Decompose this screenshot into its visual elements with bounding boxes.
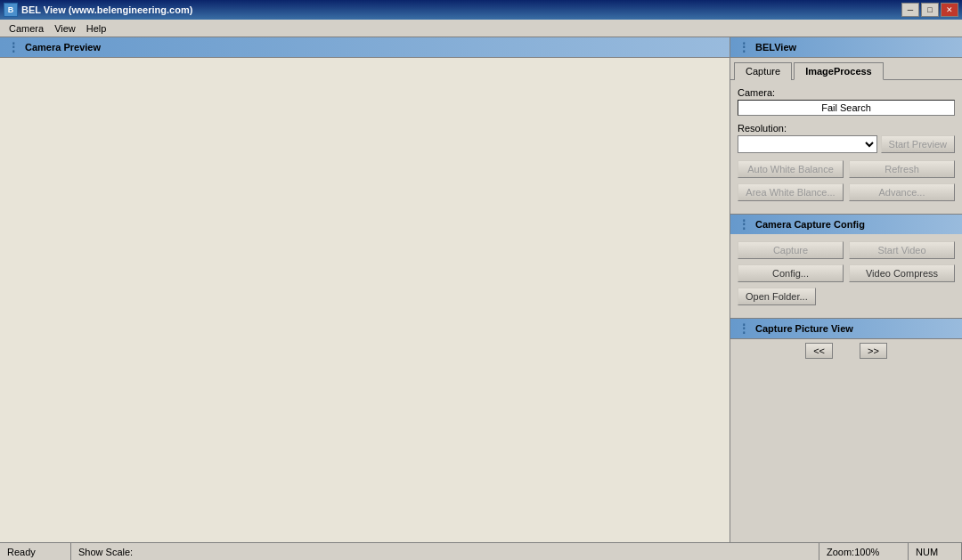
tab-imageprocess[interactable]: ImageProcess: [794, 62, 884, 80]
title-text: BEL View (www.belengineering.com): [21, 4, 192, 15]
menu-help[interactable]: Help: [81, 21, 112, 36]
menu-bar: Camera View Help: [0, 20, 962, 37]
resolution-row: Start Preview: [738, 135, 955, 153]
camera-capture-config-title: Camera Capture Config: [755, 219, 865, 230]
area-advance-row: Area White Blance... Advance...: [738, 183, 955, 201]
capture-picture-view-header: Capture Picture View: [730, 319, 962, 338]
white-balance-row: Auto White Balance Refresh: [738, 160, 955, 178]
refresh-button[interactable]: Refresh: [849, 160, 955, 178]
app-icon: B: [4, 3, 18, 17]
camera-capture-config-header: Camera Capture Config: [730, 215, 962, 234]
area-white-balance-button[interactable]: Area White Blance...: [738, 183, 844, 201]
left-panel: Camera Preview: [0, 37, 730, 542]
status-ready: Ready: [0, 543, 71, 560]
capture-picture-view-section: Capture Picture View << >>: [730, 318, 962, 542]
resolution-select[interactable]: [738, 135, 877, 153]
open-folder-row: Open Folder...: [738, 288, 955, 305]
camera-preview-area: [0, 58, 730, 542]
video-compress-button[interactable]: Video Compress: [849, 264, 955, 282]
start-video-button[interactable]: Start Video: [849, 241, 955, 259]
picture-view-grip-icon: [738, 321, 750, 336]
start-preview-button[interactable]: Start Preview: [881, 135, 955, 153]
menu-camera[interactable]: Camera: [4, 21, 49, 36]
camera-capture-config-section: Camera Capture Config Capture Start Vide…: [730, 214, 962, 318]
advance-button[interactable]: Advance...: [849, 183, 955, 201]
minimize-button[interactable]: ─: [901, 3, 919, 17]
tabs-container: Capture ImageProcess: [730, 58, 962, 80]
belview-grip-icon: [738, 40, 750, 54]
camera-preview-header: Camera Preview: [0, 37, 730, 58]
camera-value: Fail Search: [738, 100, 955, 116]
open-folder-button[interactable]: Open Folder...: [738, 288, 816, 305]
next-button[interactable]: >>: [860, 343, 887, 359]
close-button[interactable]: ✕: [941, 3, 958, 17]
status-show-scale: Show Scale:: [71, 543, 819, 560]
title-bar: B BEL View (www.belengineering.com) ─ □ …: [0, 0, 962, 20]
config-body: Capture Start Video Config... Video Comp…: [730, 234, 962, 318]
capture-button[interactable]: Capture: [738, 241, 844, 259]
main-content: Camera Preview BELView Capture ImageProc…: [0, 37, 962, 542]
status-num: NUM: [909, 543, 962, 560]
config-videocompress-row: Config... Video Compress: [738, 264, 955, 282]
auto-white-balance-button[interactable]: Auto White Balance: [738, 160, 844, 178]
grip-icon: [7, 40, 20, 54]
camera-label: Camera:: [738, 87, 955, 98]
tab-capture[interactable]: Capture: [734, 62, 792, 80]
prev-button[interactable]: <<: [805, 343, 833, 359]
resolution-label: Resolution:: [738, 123, 955, 134]
maximize-button[interactable]: □: [921, 3, 939, 17]
camera-preview-title: Camera Preview: [25, 42, 101, 53]
picture-view-nav: << >>: [730, 338, 962, 362]
capture-startvideo-row: Capture Start Video: [738, 241, 955, 259]
config-button[interactable]: Config...: [738, 264, 844, 282]
capture-picture-view-title: Capture Picture View: [755, 323, 853, 334]
belview-header: BELView: [730, 37, 962, 58]
right-panel: BELView Capture ImageProcess Camera: Fai…: [730, 37, 962, 542]
belview-title: BELView: [755, 42, 796, 53]
capture-section: Camera: Fail Search Resolution: Start Pr…: [730, 80, 962, 214]
status-zoom: Zoom:100%: [819, 543, 909, 560]
config-grip-icon: [738, 217, 750, 231]
status-bar: Ready Show Scale: Zoom:100% NUM: [0, 542, 962, 560]
menu-view[interactable]: View: [49, 21, 81, 36]
